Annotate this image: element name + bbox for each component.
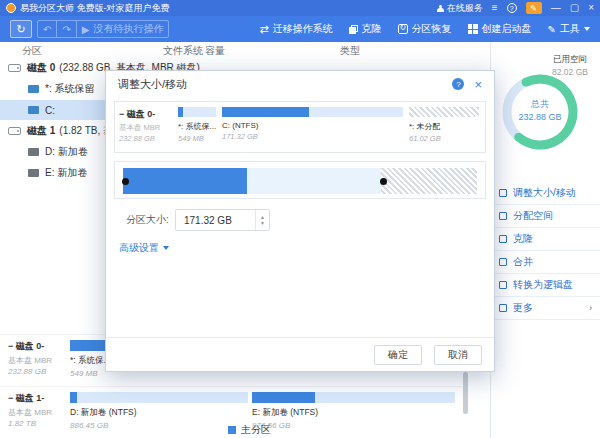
- left-resize-handle[interactable]: [122, 178, 129, 185]
- dialog-title: 调整大小/移动: [118, 77, 187, 92]
- partition-bar: [70, 392, 248, 403]
- used-space-segment: [123, 168, 247, 194]
- help-icon[interactable]: ?: [507, 3, 517, 13]
- dialog-footer: 确定 取消: [106, 337, 494, 371]
- migrate-arrows-icon: ⇄: [259, 23, 268, 36]
- partition-size: 61.02 GB: [409, 134, 479, 143]
- partition-size: 976.56 GB: [252, 421, 455, 430]
- partition-label: D: 新加卷 (NTFS): [70, 407, 248, 419]
- resize-icon: [499, 189, 507, 197]
- online-service-button[interactable]: 在线服务: [437, 2, 483, 15]
- col-type: 类型: [340, 44, 360, 58]
- primary-partition-swatch: [228, 426, 236, 434]
- disk0-label: 磁盘 0: [27, 61, 55, 75]
- partition-bar: [178, 107, 216, 117]
- col-filesystem: 文件系统: [163, 44, 203, 58]
- titlebar: 易我分区大师 免费版-对家庭用户免费 在线服务 ≡ ? ✎ — ▢ ×: [0, 0, 600, 16]
- sidebar-action-resize-move[interactable]: 调整大小/移动: [491, 182, 600, 205]
- partition-label: E: 新加卷 (NTFS): [252, 407, 455, 419]
- stepper-down-icon[interactable]: ▼: [260, 220, 265, 227]
- close-button[interactable]: ×: [588, 3, 594, 13]
- disk-strip: − 磁盘 0- 基本盘 MBR 232.88 GB *: 系统保... 549 …: [114, 101, 486, 153]
- refresh-icon: ↻: [16, 23, 25, 36]
- partition-recovery-button[interactable]: 分区恢复: [398, 22, 452, 36]
- dialog-help-icon[interactable]: ?: [452, 78, 464, 90]
- resize-slider: [114, 161, 486, 199]
- strip-partition-sysreserved[interactable]: *: 系统保... 549 MB: [176, 106, 218, 148]
- total-label: 总共: [498, 98, 582, 111]
- clone-icon: [499, 235, 507, 243]
- dialog-close-icon[interactable]: ×: [474, 78, 482, 91]
- main-scrollbar[interactable]: [463, 372, 468, 414]
- sidebar-action-more[interactable]: 更多 ›: [491, 297, 600, 320]
- grid-icon: [468, 24, 478, 34]
- used-space-label: 已用空间: [544, 54, 596, 66]
- partition-bar: [222, 107, 403, 117]
- chevron-down-icon: [163, 246, 169, 250]
- c-drive-label: C:: [45, 105, 55, 116]
- disk0-name: − 磁盘 0-: [8, 340, 68, 353]
- disk1-partition-e[interactable]: E: 新加卷 (NTFS) 976.56 GB: [252, 392, 455, 430]
- minimize-button[interactable]: —: [551, 3, 561, 13]
- donut-center-text: 总共 232.88 GB: [498, 98, 582, 122]
- copy-icon: [349, 25, 358, 34]
- migrate-os-button[interactable]: ⇄ 迁移操作系统: [259, 22, 332, 36]
- dialog-header: 调整大小/移动 ? ×: [106, 71, 494, 97]
- total-value: 232.88 GB: [498, 112, 582, 122]
- partition-icon: [28, 85, 39, 93]
- partition-size: 886.45 GB: [70, 421, 248, 430]
- resize-slider-track[interactable]: [123, 168, 477, 194]
- partition-size-label: 分区大小:: [126, 213, 171, 227]
- tools-menu-button[interactable]: ✎ 工具: [548, 22, 590, 36]
- partition-recovery-label: 分区恢复: [412, 22, 452, 36]
- disk-icon: [8, 127, 21, 135]
- menu-icon[interactable]: ≡: [492, 3, 498, 13]
- person-icon: [437, 5, 444, 12]
- disk0-size: 232.88 GB: [8, 367, 68, 376]
- operation-history-group: ↶ ↷ ▶ 没有待执行操作: [37, 20, 169, 38]
- cancel-button[interactable]: 取消: [434, 345, 482, 365]
- advanced-settings-link[interactable]: 高级设置: [119, 241, 169, 255]
- strip-partition-unallocated[interactable]: *: 未分配 61.02 GB: [407, 106, 481, 148]
- merge-icon: [499, 258, 507, 266]
- redo-icon: ↷: [62, 24, 70, 35]
- action-label: 克隆: [513, 232, 533, 246]
- resize-move-dialog: 调整大小/移动 ? × − 磁盘 0- 基本盘 MBR 232.88 GB *:…: [105, 70, 495, 372]
- strip-partition-c[interactable]: C: (NTFS) 171.32 GB: [220, 106, 405, 148]
- undo-button[interactable]: ↶: [38, 21, 57, 37]
- size-stepper[interactable]: ▲▼: [255, 210, 269, 230]
- create-bootdisk-button[interactable]: 创建启动盘: [468, 22, 532, 36]
- disk1-info[interactable]: − 磁盘 1- 基本盘 MBR 1.82 TB: [8, 392, 68, 428]
- maximize-button[interactable]: ▢: [570, 3, 579, 13]
- action-label: 更多: [513, 301, 533, 315]
- disk0-info[interactable]: − 磁盘 0- 基本盘 MBR 232.88 GB: [8, 340, 68, 376]
- sidebar-action-allocate-space[interactable]: 分配空间: [491, 205, 600, 228]
- disk1-partition-d[interactable]: D: 新加卷 (NTFS) 886.45 GB: [70, 392, 248, 430]
- sidebar-action-merge[interactable]: 合并: [491, 251, 600, 274]
- migrate-os-label: 迁移操作系统: [273, 22, 333, 36]
- more-icon: [499, 304, 507, 312]
- app-logo-icon: [6, 3, 16, 13]
- d-drive-label: D: 新加卷: [45, 145, 88, 159]
- pending-operations-button[interactable]: ▶ 没有待执行操作: [77, 21, 169, 37]
- convert-icon: [499, 281, 507, 289]
- col-capacity: 容量: [205, 44, 225, 58]
- disk0-type: 基本盘 MBR: [8, 355, 68, 366]
- right-resize-handle[interactable]: [380, 178, 387, 185]
- undo-icon: ↶: [43, 24, 51, 35]
- clone-button[interactable]: 克隆: [349, 22, 382, 36]
- unallocated-bar: [409, 107, 479, 117]
- redo-button[interactable]: ↷: [57, 21, 76, 37]
- play-icon: ▶: [82, 24, 90, 35]
- ok-button[interactable]: 确定: [374, 345, 422, 365]
- strip-disk-name: − 磁盘 0-: [119, 108, 174, 121]
- feedback-button[interactable]: ✎: [526, 2, 542, 14]
- sidebar-action-clone[interactable]: 克隆: [491, 228, 600, 251]
- action-label: 分配空间: [513, 209, 553, 223]
- toolbar: ↻ ↶ ↷ ▶ 没有待执行操作 ⇄ 迁移操作系统 克隆 分区恢复 创建启动盘 ✎…: [0, 16, 600, 42]
- partition-size-input[interactable]: 171.32 GB ▲▼: [175, 209, 270, 231]
- system-reserved-label: *: 系统保留: [45, 82, 94, 96]
- refresh-button[interactable]: ↻: [10, 20, 32, 38]
- advanced-settings-label: 高级设置: [119, 241, 159, 255]
- sidebar-action-convert-logical[interactable]: 转换为逻辑盘: [491, 274, 600, 297]
